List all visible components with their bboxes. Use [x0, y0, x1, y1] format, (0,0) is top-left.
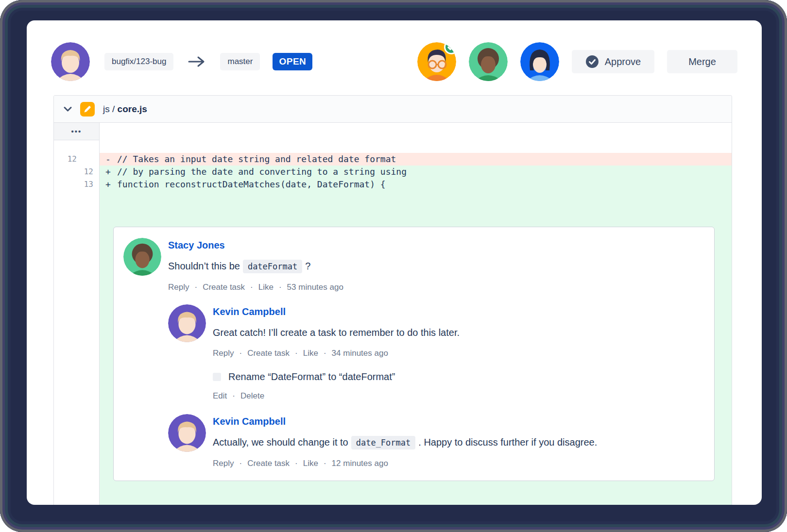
- task-checkbox[interactable]: [213, 373, 221, 381]
- comment-reply: Kevin Campbell Great catch! I’ll create …: [168, 304, 701, 360]
- diff-body: ••• 12 -// Takes an input date string an…: [54, 123, 732, 505]
- status-badge: OPEN: [273, 53, 312, 70]
- code-line: +function reconstructDateMatches(date, D…: [100, 178, 732, 191]
- target-branch-badge: master: [220, 53, 260, 70]
- task-actions: Edit · Delete: [213, 390, 701, 402]
- commenter-avatar-stacy: [123, 238, 161, 276]
- comment-text: Great catch! I’ll create a task to remem…: [213, 326, 701, 339]
- approved-check-icon: [444, 42, 456, 55]
- diff-line-removed: 12 -// Takes an input date string and re…: [54, 153, 732, 166]
- comment-author-link[interactable]: Kevin Campbell: [213, 415, 701, 428]
- comment-actions: Reply · Create task · Like · 34 minutes …: [213, 347, 701, 360]
- reviewer-avatar-woman: [520, 42, 559, 81]
- commenter-avatar-kevin: [168, 414, 206, 452]
- comment-text: Shouldn’t this bedateFormat?: [168, 259, 701, 273]
- task-label: Rename “DateFormat” to “dateFormat”: [228, 370, 395, 383]
- file-header: js / core.js: [54, 96, 732, 123]
- reply-link[interactable]: Reply: [213, 347, 234, 360]
- comment-actions: Reply · Create task · Like · 12 minutes …: [213, 457, 701, 470]
- approve-check-icon: [585, 55, 599, 68]
- code-line: -// Takes an input date string and relat…: [100, 153, 732, 166]
- comment-author-link[interactable]: Stacy Jones: [168, 239, 701, 251]
- comment-thread-row: Stacy Jones Shouldn’t this bedateFormat?…: [54, 191, 732, 505]
- comment-actions: Reply · Create task · Like · 53 minutes …: [168, 281, 701, 294]
- comment-replies: Kevin Campbell Great catch! I’ll create …: [168, 304, 701, 470]
- comment-author-link[interactable]: Kevin Campbell: [213, 305, 701, 318]
- file-path-prefix: js /: [103, 104, 118, 114]
- edited-file-pencil-icon: [80, 102, 95, 116]
- comment-reply: Kevin Campbell Actually, we should chang…: [168, 414, 701, 470]
- chevron-down-icon[interactable]: [64, 106, 72, 112]
- comment-text: Actually, we should change it todate_For…: [213, 435, 701, 449]
- arrow-right-icon: [188, 55, 205, 68]
- pull-request-window: bugfix/123-bug master OPEN: [27, 20, 762, 505]
- pr-author-avatar: [51, 42, 90, 81]
- comment-thread-card: Stacy Jones Shouldn’t this bedateFormat?…: [113, 227, 715, 481]
- diff-line-added: 12 +// by parsing the date and convertin…: [54, 166, 732, 178]
- like-link[interactable]: Like: [258, 281, 274, 294]
- comment: Stacy Jones Shouldn’t this bedateFormat?…: [123, 238, 701, 294]
- approve-button[interactable]: Approve: [572, 50, 654, 73]
- delete-link[interactable]: Delete: [240, 390, 264, 402]
- file-path: js / core.js: [103, 104, 147, 115]
- diff-expander-row: •••: [54, 123, 732, 140]
- comment-timestamp: 53 minutes ago: [287, 281, 343, 294]
- pr-header-bar: bugfix/123-bug master OPEN: [27, 20, 762, 103]
- expand-lines-button[interactable]: •••: [54, 123, 100, 140]
- like-link[interactable]: Like: [303, 457, 318, 470]
- approve-label: Approve: [605, 56, 641, 67]
- reviewer-avatar-approved: [417, 42, 456, 81]
- task-item: Rename “DateFormat” to “dateFormat” Edit…: [213, 370, 701, 402]
- reviewer-avatar-stacy: [469, 42, 508, 81]
- like-link[interactable]: Like: [303, 347, 318, 360]
- reply-link[interactable]: Reply: [168, 281, 189, 294]
- reviewers-and-actions: Approve Merge: [417, 42, 737, 81]
- comment-timestamp: 12 minutes ago: [332, 457, 388, 470]
- file-diff-card: js / core.js ••• 12 -// Takes an input d…: [53, 95, 732, 505]
- edit-link[interactable]: Edit: [213, 390, 227, 402]
- code-chip: dateFormat: [243, 260, 302, 273]
- commenter-avatar-kevin: [168, 304, 206, 342]
- diff-spacer: [54, 140, 732, 153]
- merge-button[interactable]: Merge: [667, 50, 737, 73]
- source-branch-badge: bugfix/123-bug: [104, 53, 173, 70]
- code-line: +// by parsing the date and converting t…: [100, 166, 732, 178]
- create-task-link[interactable]: Create task: [247, 347, 290, 360]
- comment-timestamp: 34 minutes ago: [332, 347, 388, 360]
- create-task-link[interactable]: Create task: [247, 457, 290, 470]
- create-task-link[interactable]: Create task: [203, 281, 245, 294]
- merge-label: Merge: [688, 56, 716, 67]
- file-name: core.js: [118, 104, 147, 114]
- diff-line-added: 13 +function reconstructDateMatches(date…: [54, 178, 732, 191]
- code-chip: date_Format: [351, 436, 416, 449]
- reply-link[interactable]: Reply: [213, 457, 234, 470]
